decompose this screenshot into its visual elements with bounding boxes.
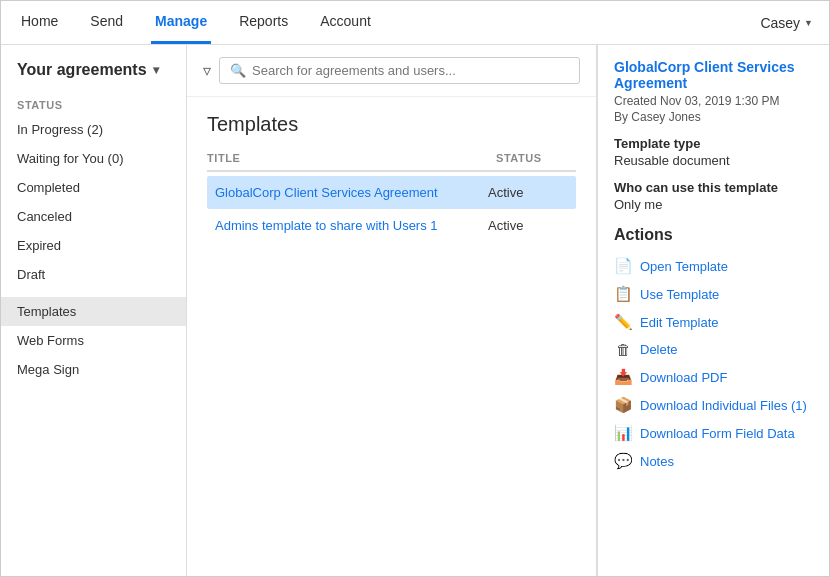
sidebar-item-completed[interactable]: Completed <box>1 173 186 202</box>
action-use-template-label: Use Template <box>640 287 719 302</box>
search-input[interactable] <box>252 63 569 78</box>
action-notes-label: Notes <box>640 454 674 469</box>
sidebar-item-web-forms[interactable]: Web Forms <box>1 326 186 355</box>
row-status: Active <box>488 185 568 200</box>
action-open-template-label: Open Template <box>640 259 728 274</box>
download-individual-icon: 📦 <box>614 396 632 414</box>
table-header: TITLE STATUS <box>207 152 576 172</box>
notes-icon: 💬 <box>614 452 632 470</box>
row-title: Admins template to share with Users 1 <box>215 218 488 233</box>
open-template-icon: 📄 <box>614 257 632 275</box>
action-download-individual[interactable]: 📦 Download Individual Files (1) <box>614 391 813 419</box>
table-row[interactable]: Admins template to share with Users 1 Ac… <box>207 209 576 242</box>
action-download-individual-label: Download Individual Files (1) <box>640 398 807 413</box>
nav-links: Home Send Manage Reports Account <box>17 1 375 44</box>
detail-by: By Casey Jones <box>614 110 813 124</box>
nav-account[interactable]: Account <box>316 1 375 44</box>
sidebar-item-in-progress[interactable]: In Progress (2) <box>1 115 186 144</box>
center-panel: ▿ 🔍 Templates TITLE STATUS GlobalCorp Cl… <box>187 45 597 576</box>
template-type-label: Template type <box>614 136 813 151</box>
detail-agreement-title: GlobalCorp Client Services Agreement <box>614 59 813 91</box>
search-bar: ▿ 🔍 <box>187 45 596 97</box>
sidebar-item-waiting[interactable]: Waiting for You (0) <box>1 144 186 173</box>
right-panel: GlobalCorp Client Services Agreement Cre… <box>597 45 829 576</box>
edit-template-icon: ✏️ <box>614 313 632 331</box>
detail-created: Created Nov 03, 2019 1:30 PM <box>614 94 813 108</box>
template-type-value: Reusable document <box>614 153 813 168</box>
your-agreements-label: Your agreements <box>17 61 147 79</box>
table-row[interactable]: GlobalCorp Client Services Agreement Act… <box>207 176 576 209</box>
action-download-pdf[interactable]: 📥 Download PDF <box>614 363 813 391</box>
row-title: GlobalCorp Client Services Agreement <box>215 185 488 200</box>
sidebar-gap <box>1 289 186 297</box>
center-content: Templates TITLE STATUS GlobalCorp Client… <box>187 97 596 576</box>
left-panel: Your agreements ▾ STATUS In Progress (2)… <box>1 45 187 576</box>
app-container: Home Send Manage Reports Account Casey Y… <box>0 0 830 577</box>
who-can-use-value: Only me <box>614 197 813 212</box>
use-template-icon: 📋 <box>614 285 632 303</box>
action-download-pdf-label: Download PDF <box>640 370 727 385</box>
nav-reports[interactable]: Reports <box>235 1 292 44</box>
template-type-section: Template type Reusable document <box>614 136 813 168</box>
nav-user[interactable]: Casey <box>760 15 813 31</box>
download-pdf-icon: 📥 <box>614 368 632 386</box>
nav-home[interactable]: Home <box>17 1 62 44</box>
who-can-use-label: Who can use this template <box>614 180 813 195</box>
section-title: Templates <box>207 113 576 136</box>
nav-send[interactable]: Send <box>86 1 127 44</box>
action-edit-template[interactable]: ✏️ Edit Template <box>614 308 813 336</box>
top-nav: Home Send Manage Reports Account Casey <box>1 1 829 45</box>
row-status: Active <box>488 218 568 233</box>
action-notes[interactable]: 💬 Notes <box>614 447 813 475</box>
actions-title: Actions <box>614 226 813 244</box>
col-status-header: STATUS <box>496 152 576 164</box>
nav-manage[interactable]: Manage <box>151 1 211 44</box>
your-agreements-heading[interactable]: Your agreements ▾ <box>1 61 186 91</box>
delete-icon: 🗑 <box>614 341 632 358</box>
col-title-header: TITLE <box>207 152 496 164</box>
search-box: 🔍 <box>219 57 580 84</box>
filter-icon[interactable]: ▿ <box>203 61 211 80</box>
action-delete[interactable]: 🗑 Delete <box>614 336 813 363</box>
sidebar-item-templates[interactable]: Templates <box>1 297 186 326</box>
sidebar-item-draft[interactable]: Draft <box>1 260 186 289</box>
sidebar-item-mega-sign[interactable]: Mega Sign <box>1 355 186 384</box>
who-can-use-section: Who can use this template Only me <box>614 180 813 212</box>
action-download-form-field-label: Download Form Field Data <box>640 426 795 441</box>
action-use-template[interactable]: 📋 Use Template <box>614 280 813 308</box>
action-delete-label: Delete <box>640 342 678 357</box>
sidebar-item-expired[interactable]: Expired <box>1 231 186 260</box>
search-icon: 🔍 <box>230 63 246 78</box>
sidebar-item-canceled[interactable]: Canceled <box>1 202 186 231</box>
action-edit-template-label: Edit Template <box>640 315 719 330</box>
download-form-field-icon: 📊 <box>614 424 632 442</box>
main-body: Your agreements ▾ STATUS In Progress (2)… <box>1 45 829 576</box>
action-open-template[interactable]: 📄 Open Template <box>614 252 813 280</box>
status-section-label: STATUS <box>1 91 186 115</box>
action-download-form-field[interactable]: 📊 Download Form Field Data <box>614 419 813 447</box>
chevron-down-icon: ▾ <box>153 63 159 77</box>
